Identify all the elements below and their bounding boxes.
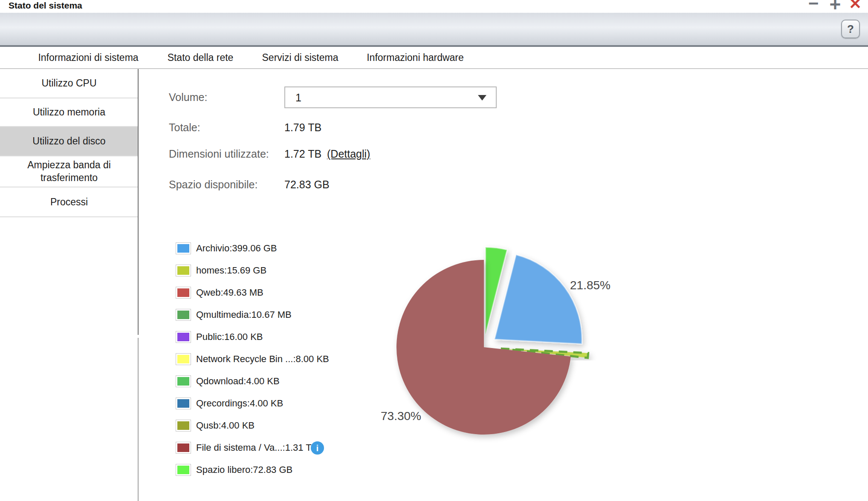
- legend-row-qweb: Qweb:49.63 MB: [176, 282, 329, 304]
- volume-dropdown-value: 1: [295, 92, 301, 104]
- legend-row-network-recycle-bin: Network Recycle Bin ...:8.00 KB: [176, 348, 329, 370]
- maximize-button[interactable]: +: [827, 0, 843, 11]
- legend-swatch: [176, 309, 191, 321]
- close-button[interactable]: ✕: [848, 0, 863, 11]
- legend-swatch: [176, 353, 191, 365]
- system-status-window: Stato del sistema − + ✕ ? Informazioni d…: [0, 0, 868, 501]
- sidebar: Utilizzo CPU Utilizzo memoria Utilizzo d…: [0, 69, 138, 217]
- sidebar-item-utilizzo-memoria[interactable]: Utilizzo memoria: [0, 98, 138, 127]
- spazio-label: Spazio disponibile:: [169, 179, 258, 191]
- legend-swatch: [176, 331, 191, 343]
- pie-legend: Archivio:399.06 GB homes:15.69 GB Qweb:4…: [176, 237, 329, 481]
- legend-row-qmultimedia: Qmultimedia:10.67 MB: [176, 304, 329, 326]
- volume-dropdown[interactable]: 1: [284, 86, 497, 108]
- legend-swatch: [176, 265, 191, 276]
- sidebar-divider-lower: [138, 338, 139, 501]
- help-button[interactable]: ?: [841, 20, 860, 38]
- totale-label: Totale:: [169, 121, 200, 134]
- legend-swatch: [176, 375, 191, 387]
- legend-row-file-di-sistema: File di sistema / Va...:1.31 TB: [176, 437, 329, 459]
- sidebar-item-processi[interactable]: Processi: [0, 187, 138, 217]
- title-bar: Stato del sistema − + ✕: [0, 0, 868, 13]
- sidebar-item-ampiezza-banda[interactable]: Ampiezza banda di trasferimento: [0, 156, 138, 187]
- chevron-down-icon: [478, 95, 486, 101]
- info-icon[interactable]: i: [311, 441, 324, 455]
- legend-swatch: [176, 442, 191, 454]
- legend-row-homes: homes:15.69 GB: [176, 259, 329, 282]
- minimize-button[interactable]: −: [806, 0, 821, 10]
- window-title: Stato del sistema: [9, 0, 82, 11]
- dimensioni-label: Dimensioni utilizzate:: [169, 148, 269, 160]
- tab-servizi-di-sistema[interactable]: Servizi di sistema: [262, 47, 339, 68]
- legend-swatch: [176, 287, 191, 299]
- legend-row-qusb: Qusb:4.00 KB: [176, 415, 329, 437]
- legend-row-archivio: Archivio:399.06 GB: [176, 237, 329, 259]
- toolbar: ?: [0, 13, 868, 47]
- pie-slice-archivio: [495, 255, 582, 344]
- legend-swatch: [176, 420, 191, 432]
- tab-stato-della-rete[interactable]: Stato della rete: [168, 47, 234, 68]
- legend-row-spazio-libero: Spazio libero:72.83 GB: [176, 459, 329, 481]
- volume-label: Volume:: [169, 91, 207, 104]
- legend-swatch: [176, 464, 191, 476]
- legend-swatch: [176, 242, 191, 254]
- spazio-value: 72.83 GB: [284, 179, 330, 191]
- sidebar-divider: [138, 69, 139, 335]
- tab-informazioni-hardware[interactable]: Informazioni hardware: [367, 47, 464, 68]
- legend-swatch: [176, 397, 191, 409]
- dimensioni-value: 1.72 TB: [284, 148, 321, 160]
- pie-label-archivio: 21.85%: [570, 279, 610, 292]
- legend-row-qdownload: Qdownload:4.00 KB: [176, 370, 329, 392]
- tab-informazioni-di-sistema[interactable]: Informazioni di sistema: [38, 47, 138, 68]
- totale-value: 1.79 TB: [284, 121, 321, 134]
- pie-label-file-di-sistema: 73.30%: [381, 409, 421, 423]
- tab-bar: Informazioni di sistema Stato della rete…: [0, 47, 868, 69]
- legend-row-public: Public:16.00 KB: [176, 326, 329, 348]
- sidebar-item-utilizzo-del-disco[interactable]: Utilizzo del disco: [0, 127, 138, 156]
- legend-row-qrecordings: Qrecordings:4.00 KB: [176, 392, 329, 415]
- sidebar-item-utilizzo-cpu[interactable]: Utilizzo CPU: [0, 69, 138, 98]
- dettagli-link[interactable]: (Dettagli): [327, 148, 370, 160]
